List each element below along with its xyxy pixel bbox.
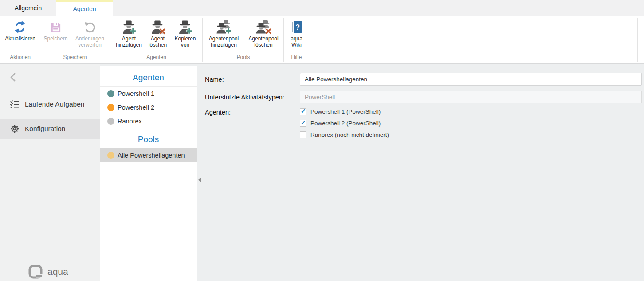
ribbon-group-label-aktionen: Aktionen: [0, 54, 40, 63]
ribbon-group-label-hilfe: Hilfe: [284, 54, 309, 63]
list-item-label: Powershell 2: [118, 104, 154, 111]
delete-agent-pool-button-label: Agentenpool löschen: [246, 36, 281, 48]
checkbox[interactable]: [300, 108, 306, 115]
refresh-button-label: Aktualisieren: [5, 36, 35, 42]
save-button[interactable]: Speichern: [41, 16, 71, 54]
sidebar-item-konfiguration[interactable]: Konfiguration: [0, 119, 100, 139]
activity-types-input: [300, 91, 642, 103]
checkbox-row-powershell-2[interactable]: Powershell 2 (PowerShell): [300, 120, 389, 127]
list-item-alle-powershellagenten[interactable]: Alle Powershellagenten: [100, 148, 197, 162]
agent-checkbox-list: Powershell 1 (PowerShell) Powershell 2 (…: [300, 108, 389, 138]
undo-icon: [84, 19, 96, 36]
tab-allgemein[interactable]: Allgemein: [0, 0, 56, 16]
delete-agent-button-label: Agent löschen: [146, 36, 169, 48]
tasks-icon: [10, 99, 20, 109]
form-row-agents: Agenten: Powershell 1 (PowerShell) Power…: [205, 108, 642, 138]
sidebar-back-button[interactable]: [0, 71, 100, 85]
ribbon-group-label-speichern: Speichern: [40, 54, 110, 63]
delete-agent-button[interactable]: Agent löschen: [144, 16, 172, 54]
activity-types-label: Unterstützte Aktivitätstypen:: [205, 94, 300, 101]
list-item-powershell-2[interactable]: Powershell 2: [100, 100, 197, 114]
sidebar-item-label: Laufende Aufgaben: [25, 100, 84, 108]
aqua-logo-text: aqua: [47, 266, 68, 277]
save-button-label: Speichern: [43, 36, 67, 42]
list-item-label: Alle Powershellagenten: [118, 152, 185, 159]
status-dot: [107, 118, 114, 125]
list-item-label: Powershell 1: [118, 90, 154, 97]
pool-detail-panel: Name: Unterstützte Aktivitätstypen: Agen…: [197, 64, 644, 281]
ribbon-right-separator: [637, 18, 638, 62]
ribbon-group-label-pools: Pools: [203, 54, 284, 63]
save-icon: [50, 19, 62, 36]
name-input[interactable]: [300, 73, 642, 86]
pool-add-icon: [216, 19, 232, 36]
svg-text:?: ?: [295, 24, 300, 31]
refresh-button[interactable]: Aktualisieren: [3, 16, 38, 54]
agent-delete-icon: [150, 19, 165, 36]
aqua-logo: aqua: [28, 265, 68, 279]
wiki-book-icon: ?: [290, 19, 303, 36]
checkbox-label: Powershell 2 (PowerShell): [310, 120, 381, 127]
name-label: Name:: [205, 76, 300, 83]
ribbon-group-label-agenten: Agenten: [110, 54, 203, 63]
sidebar-item-laufende-aufgaben[interactable]: Laufende Aufgaben: [0, 94, 100, 115]
add-agent-button-label: Agent hinzufügen: [116, 36, 142, 48]
checkbox-label: Powershell 1 (PowerShell): [310, 108, 381, 115]
form-row-name: Name:: [205, 73, 642, 86]
pool-delete-icon: [255, 19, 271, 36]
ribbon: Aktualisieren Aktionen Speichern: [0, 16, 644, 64]
checkbox-row-ranorex[interactable]: Ranorex (noch nicht definiert): [300, 131, 389, 138]
list-item-powershell-1[interactable]: Powershell 1: [100, 87, 197, 100]
main-content: Laufende Aufgaben: [0, 64, 644, 281]
ribbon-group-aktionen: Aktualisieren Aktionen: [0, 16, 40, 63]
status-dot: [107, 90, 114, 97]
delete-agent-pool-button[interactable]: Agentenpool löschen: [244, 16, 283, 54]
agents-label: Agenten:: [205, 108, 300, 116]
checkbox[interactable]: [300, 120, 306, 127]
ribbon-group-agenten: Agent hinzufügen Agent löschen: [110, 16, 203, 63]
ribbon-group-speichern: Speichern Änderungen verwerfen Speichern: [40, 16, 110, 63]
chevron-left-icon: [9, 72, 17, 84]
refresh-icon: [13, 19, 27, 36]
add-agent-button[interactable]: Agent hinzufügen: [114, 16, 144, 54]
sidebar: Laufende Aufgaben: [0, 64, 100, 281]
agent-copy-icon: [177, 19, 193, 36]
list-item-label: Ranorex: [118, 118, 142, 125]
tab-agenten[interactable]: Agenten: [56, 0, 113, 16]
discard-changes-button[interactable]: Änderungen verwerfen: [71, 16, 110, 54]
status-dot: [107, 152, 114, 159]
sidebar-item-label: Konfiguration: [25, 125, 65, 133]
ribbon-group-hilfe: ? aqua Wiki Hilfe: [284, 16, 309, 63]
ribbon-tab-bar: Allgemein Agenten: [0, 0, 644, 16]
add-agent-pool-button-label: Agentenpool hinzufügen: [206, 36, 242, 48]
list-section-header-agenten: Agenten: [100, 66, 197, 87]
list-section-header-pools: Pools: [100, 128, 197, 148]
checkbox-row-powershell-1[interactable]: Powershell 1 (PowerShell): [300, 108, 389, 115]
gear-icon: [10, 124, 20, 134]
list-item-ranorex[interactable]: Ranorex: [100, 114, 197, 128]
copy-from-button[interactable]: Kopieren von: [172, 16, 199, 54]
aqua-wiki-button[interactable]: ? aqua Wiki: [284, 16, 309, 54]
add-agent-pool-button[interactable]: Agentenpool hinzufügen: [204, 16, 244, 54]
discard-changes-button-label: Änderungen verwerfen: [73, 36, 107, 48]
agent-list-panel: Agenten Powershell 1 Powershell 2 Ranore…: [100, 66, 197, 281]
aqua-logo-icon: [28, 265, 43, 279]
collapse-arrow-icon[interactable]: [198, 176, 201, 184]
agent-add-icon: [121, 19, 137, 36]
aqua-wiki-button-label: aqua Wiki: [286, 36, 307, 48]
checkbox-label: Ranorex (noch nicht definiert): [310, 131, 389, 138]
copy-from-button-label: Kopieren von: [174, 36, 197, 48]
ribbon-group-pools: Agentenpool hinzufügen: [203, 16, 284, 63]
status-dot: [107, 104, 114, 111]
checkbox[interactable]: [300, 131, 306, 138]
form-row-activity-types: Unterstützte Aktivitätstypen:: [205, 91, 642, 103]
